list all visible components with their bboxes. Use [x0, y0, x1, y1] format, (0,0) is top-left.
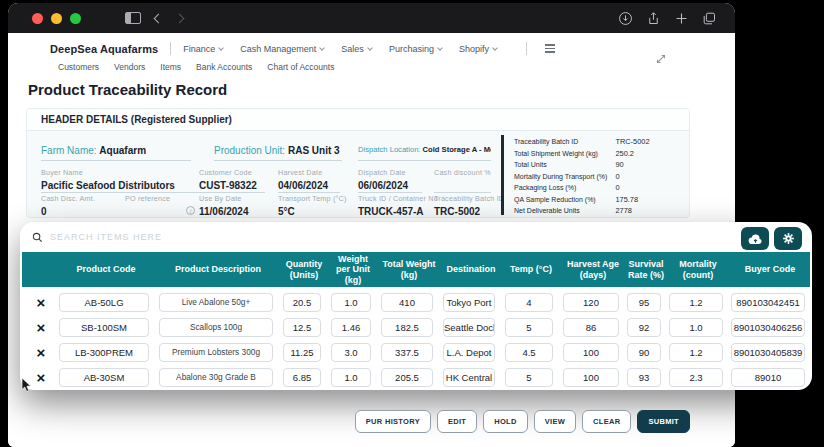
field-po-reference[interactable]: PO reference i: [125, 194, 197, 218]
column-header: Product Description: [156, 264, 280, 274]
cell-buyer-code[interactable]: 89010: [731, 368, 805, 387]
info-icon[interactable]: i: [186, 206, 195, 215]
cell-buyer-code[interactable]: 8901030406256: [731, 318, 805, 337]
hamburger-menu-icon[interactable]: [545, 44, 555, 52]
cell-mortality[interactable]: 1.0: [669, 318, 723, 337]
submit-button[interactable]: SUBMIT: [637, 410, 690, 433]
cell-temp[interactable]: 4.5: [505, 343, 553, 362]
field-use-by-date[interactable]: Use By Date 11/06/2024: [199, 194, 265, 218]
cloud-upload-icon: [748, 233, 763, 245]
cell-survival-rate[interactable]: 90: [627, 343, 661, 362]
field-buyer-name[interactable]: Buyer Name Pacific Seafood Distributors: [41, 168, 199, 193]
summary-label: Mortality During Transport (%): [514, 173, 611, 180]
field-traceability-batch-id[interactable]: Traceability Batch ID TRC-5002: [434, 194, 491, 218]
cell-total-weight[interactable]: 410: [381, 293, 433, 312]
action-button[interactable]: PUR HISTORY: [355, 410, 431, 433]
cell-mortality[interactable]: 2.3: [669, 368, 723, 387]
nav-menu-item[interactable]: Shopify: [459, 44, 497, 54]
cell-quantity[interactable]: 6.85: [283, 368, 321, 387]
subnav-item[interactable]: Bank Accounts: [196, 62, 252, 72]
cell-harvest-age[interactable]: 86: [563, 318, 619, 337]
cell-survival-rate[interactable]: 93: [627, 368, 661, 387]
cell-product-code[interactable]: AB-30SM: [59, 368, 149, 387]
cell-product-description[interactable]: Scallops 100g: [159, 318, 273, 337]
action-button[interactable]: VIEW: [534, 410, 576, 433]
summary-row: Total Shipment Weight (kg) 250.2: [514, 149, 683, 158]
cell-destination[interactable]: Tokyo Port: [443, 293, 495, 312]
subnav-item[interactable]: Items: [160, 62, 181, 72]
cell-destination[interactable]: L.A. Depot: [443, 343, 495, 362]
cell-product-code[interactable]: SB-100SM: [59, 318, 149, 337]
field-customer-code[interactable]: Customer Code CUST-98322: [199, 168, 265, 193]
cell-temp[interactable]: 5: [505, 368, 553, 387]
field-production-unit[interactable]: Production Unit: RAS Unit 3: [214, 145, 342, 161]
field-cash-disc-amt[interactable]: Cash Disc. Amt. 0: [41, 194, 115, 218]
cell-harvest-age[interactable]: 100: [563, 368, 619, 387]
field-dispatch-location[interactable]: Dispatch Location: Cold Storage A - Mont…: [358, 145, 491, 161]
cell-weight-per-unit[interactable]: 1.46: [331, 318, 371, 337]
cell-survival-rate[interactable]: 92: [627, 318, 661, 337]
cell-total-weight[interactable]: 337.5: [381, 343, 433, 362]
cell-survival-rate[interactable]: 95: [627, 293, 661, 312]
subnav-item[interactable]: Chart of Accounts: [267, 62, 334, 72]
field-harvest-date[interactable]: Harvest Date 04/06/2024: [278, 168, 340, 193]
column-header: Product Code: [56, 264, 156, 274]
field-transport-temp[interactable]: Transport Temp (°C) 5°C: [278, 194, 340, 218]
cell-product-description[interactable]: Abalone 30g Grade B: [159, 368, 273, 387]
back-icon[interactable]: [154, 13, 164, 23]
cell-temp[interactable]: 5: [505, 318, 553, 337]
cell-destination[interactable]: HK Central: [443, 368, 495, 387]
download-icon[interactable]: [618, 11, 633, 26]
cell-weight-per-unit[interactable]: 1.0: [331, 293, 371, 312]
cell-destination[interactable]: Seattle Dock: [443, 318, 495, 337]
field-truck-id[interactable]: Truck ID / Container No TRUCK-457-A: [358, 194, 426, 218]
cell-harvest-age[interactable]: 120: [563, 293, 619, 312]
summary-value: TRC-5002: [611, 137, 683, 146]
cell-buyer-code[interactable]: 8901030405839: [731, 343, 805, 362]
subnav-item[interactable]: Customers: [58, 62, 99, 72]
share-icon[interactable]: [646, 11, 661, 26]
sidebar-toggle-icon[interactable]: [125, 12, 141, 24]
cloud-upload-button[interactable]: [741, 227, 769, 250]
cell-temp[interactable]: 4: [505, 293, 553, 312]
close-window-button[interactable]: [32, 13, 43, 24]
cell-weight-per-unit[interactable]: 1.0: [331, 368, 371, 387]
cell-total-weight[interactable]: 182.5: [381, 318, 433, 337]
tabs-icon[interactable]: [702, 11, 717, 26]
cell-mortality[interactable]: 1.2: [669, 293, 723, 312]
nav-menu-item[interactable]: Purchasing: [389, 44, 442, 54]
expand-icon[interactable]: [655, 53, 667, 65]
cell-weight-per-unit[interactable]: 3.0: [331, 343, 371, 362]
new-tab-icon[interactable]: [674, 11, 689, 26]
action-button[interactable]: HOLD: [483, 410, 527, 433]
cell-quantity[interactable]: 12.5: [283, 318, 321, 337]
zoom-window-button[interactable]: [70, 13, 81, 24]
nav-menu-item[interactable]: Cash Management: [240, 44, 324, 54]
nav-menu-item[interactable]: Finance: [183, 44, 223, 54]
field-dispatch-date[interactable]: Dispatch Date 06/06/2024: [358, 168, 422, 193]
cell-product-description[interactable]: Live Abalone 50g+: [159, 293, 273, 312]
field-cash-discount-pct[interactable]: Cash discount %: [434, 168, 491, 193]
subnav-item[interactable]: Vendors: [114, 62, 145, 72]
cell-total-weight[interactable]: 205.5: [381, 368, 433, 387]
chevron-down-icon: [367, 45, 373, 51]
nav-menu-item[interactable]: Sales: [341, 44, 372, 54]
cell-quantity[interactable]: 11.25: [283, 343, 321, 362]
cell-product-code[interactable]: LB-300PREM: [59, 343, 149, 362]
cell-product-description[interactable]: Premium Lobsters 300g: [159, 343, 273, 362]
field-farm-name[interactable]: Farm Name: Aquafarm: [41, 145, 191, 161]
cell-buyer-code[interactable]: 890103042451: [731, 293, 805, 312]
cell-harvest-age[interactable]: 100: [563, 343, 619, 362]
remove-row-button[interactable]: ×: [20, 296, 54, 310]
forward-icon[interactable]: [175, 13, 185, 23]
cell-quantity[interactable]: 20.5: [283, 293, 321, 312]
search-input[interactable]: [50, 232, 800, 242]
settings-button[interactable]: [774, 227, 802, 250]
action-button[interactable]: CLEAR: [582, 410, 631, 433]
cell-mortality[interactable]: 1.2: [669, 343, 723, 362]
minimize-window-button[interactable]: [51, 13, 62, 24]
remove-row-button[interactable]: ×: [20, 346, 54, 360]
action-button[interactable]: EDIT: [437, 410, 477, 433]
cell-product-code[interactable]: AB-50LG: [59, 293, 149, 312]
remove-row-button[interactable]: ×: [20, 321, 54, 335]
